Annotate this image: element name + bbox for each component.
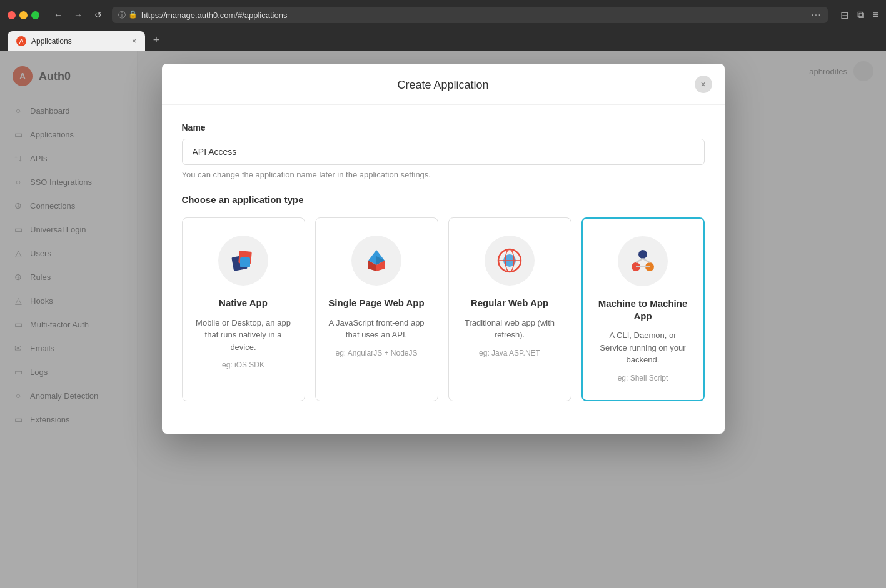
name-form-group: Name You can change the application name… [182, 122, 705, 179]
browser-nav: ← → ↺ [49, 6, 107, 24]
new-tab-button[interactable]: + [148, 31, 165, 49]
webapp-example: eg: Java ASP.NET [479, 349, 540, 357]
modal-body: Name You can change the application name… [162, 105, 725, 434]
name-hint: You can change the application name late… [182, 170, 705, 179]
spa-app-desc: A JavaScript front-end app that uses an … [328, 317, 425, 341]
create-application-modal: Create Application × Name You can change… [162, 64, 725, 434]
spa-app-icon-circle [351, 236, 401, 286]
lock-icon: 🔒 [128, 10, 138, 21]
svg-line-15 [643, 259, 650, 262]
modal-close-button[interactable]: × [695, 76, 712, 93]
spa-app-name: Single Page Web App [328, 297, 424, 309]
app-types-grid: Native App Mobile or Desktop, an app tha… [182, 217, 705, 401]
url-text: https://manage.auth0.com/#/applications [141, 11, 807, 20]
app-type-native[interactable]: Native App Mobile or Desktop, an app tha… [182, 217, 305, 401]
close-traffic-light[interactable] [8, 11, 16, 19]
native-app-icon-circle [218, 236, 268, 286]
name-label: Name [182, 122, 705, 132]
reload-button[interactable]: ↺ [89, 6, 107, 24]
back-button[interactable]: ← [49, 6, 67, 24]
type-form-group: Choose an application type [182, 194, 705, 401]
page-area: A Auth0 ○ Dashboard ▭ Applications ↑↓ AP… [0, 51, 886, 588]
tabs-bar: A Applications × + [8, 31, 878, 51]
browser-right-icons: ⊟ ⧉ ≡ [840, 9, 878, 21]
minimize-traffic-light[interactable] [19, 11, 28, 19]
reading-list-icon[interactable]: ⊟ [840, 9, 848, 21]
app-type-spa[interactable]: Single Page Web App A JavaScript front-e… [315, 217, 438, 401]
tab-favicon: A [16, 36, 26, 46]
tab-close-button[interactable]: × [132, 37, 136, 46]
address-bar-icons: ⓘ 🔒 [118, 10, 138, 21]
split-view-icon[interactable]: ⧉ [857, 9, 864, 21]
active-tab[interactable]: A Applications × [8, 31, 145, 51]
address-more-icon[interactable]: ··· [811, 9, 821, 21]
address-bar[interactable]: ⓘ 🔒 https://manage.auth0.com/#/applicati… [112, 7, 828, 23]
modal-header: Create Application × [162, 64, 725, 105]
type-section-title: Choose an application type [182, 194, 705, 205]
modal-title: Create Application [397, 79, 488, 92]
m2m-app-example: eg: Shell Script [618, 374, 668, 382]
webapp-icon-circle [485, 236, 535, 286]
svg-point-11 [638, 250, 647, 259]
app-type-webapp[interactable]: Regular Web App Traditional web app (wit… [448, 217, 571, 401]
m2m-icon-circle [618, 236, 668, 286]
svg-line-14 [636, 259, 643, 262]
tab-title: Applications [31, 37, 127, 46]
fullscreen-traffic-light[interactable] [31, 11, 39, 19]
native-app-desc: Mobile or Desktop, an app that runs nati… [195, 317, 292, 354]
name-input[interactable] [182, 139, 705, 165]
forward-button[interactable]: → [69, 6, 87, 24]
m2m-app-name: Machine to Machine App [595, 297, 691, 322]
menu-icon[interactable]: ≡ [873, 9, 878, 21]
svg-rect-2 [240, 257, 250, 267]
m2m-app-desc: A CLI, Daemon, or Service running on you… [595, 329, 691, 366]
traffic-lights [8, 11, 39, 19]
info-icon: ⓘ [118, 10, 126, 21]
modal-overlay: Create Application × Name You can change… [0, 51, 886, 588]
browser-chrome: ← → ↺ ⓘ 🔒 https://manage.auth0.com/#/app… [0, 0, 886, 51]
native-app-name: Native App [219, 297, 268, 309]
webapp-desc: Traditional web app (with refresh). [461, 317, 558, 341]
native-app-example: eg: iOS SDK [222, 361, 264, 369]
spa-app-example: eg: AngularJS + NodeJS [335, 349, 417, 357]
webapp-name: Regular Web App [471, 297, 548, 309]
app-type-m2m[interactable]: Machine to Machine App A CLI, Daemon, or… [581, 217, 705, 401]
